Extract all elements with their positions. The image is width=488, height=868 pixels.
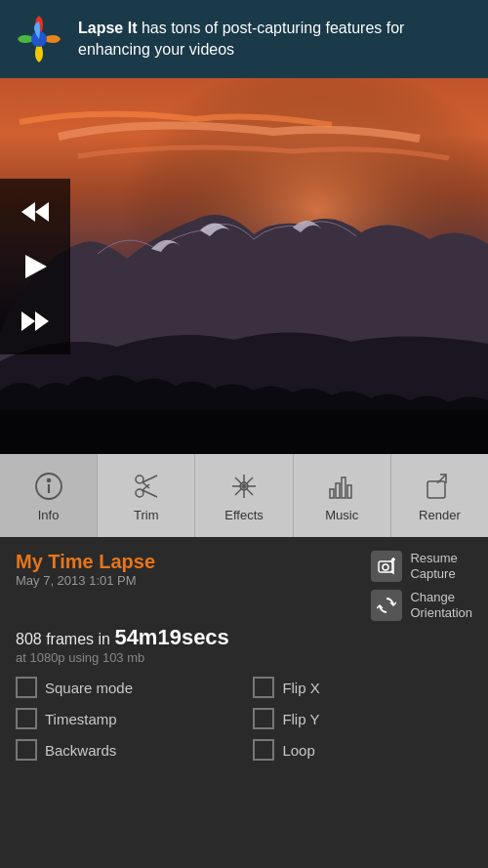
svg-rect-27: [347, 485, 351, 498]
flip-y-box[interactable]: [253, 708, 274, 729]
svg-point-14: [136, 489, 143, 497]
timestamp-checkbox[interactable]: Timestamp: [16, 708, 235, 729]
svg-rect-28: [427, 481, 445, 498]
left-info: My Time Lapse May 7, 2013 1:01 PM: [16, 551, 371, 599]
project-title: My Time Lapse: [16, 551, 371, 573]
frames-prefix: 808 frames in: [16, 631, 114, 647]
duration: 54m19secs: [114, 625, 228, 649]
tab-render[interactable]: Render: [391, 454, 488, 537]
header-banner: Lapse It has tons of post-capturing feat…: [0, 0, 488, 78]
frames-info: 808 frames in 54m19secs: [16, 625, 472, 650]
video-preview: [0, 78, 488, 454]
music-icon: [324, 469, 359, 504]
tab-info-label: Info: [38, 508, 60, 522]
flip-x-box[interactable]: [253, 677, 274, 698]
tab-render-label: Render: [419, 508, 461, 522]
app-logo: [12, 12, 66, 66]
resume-capture-label: ResumeCapture: [410, 551, 457, 581]
svg-point-31: [383, 564, 388, 570]
trim-icon: [129, 469, 164, 504]
project-date: May 7, 2013 1:01 PM: [16, 573, 371, 588]
resolution-info: at 1080p using 103 mb: [16, 650, 472, 665]
svg-marker-5: [21, 202, 35, 222]
flip-x-checkbox[interactable]: Flip X: [253, 677, 472, 698]
tab-trim-label: Trim: [134, 508, 159, 522]
square-mode-checkbox[interactable]: Square mode: [16, 677, 235, 698]
svg-rect-26: [342, 477, 346, 498]
title-row: My Time Lapse May 7, 2013 1:01 PM Resume…: [16, 551, 472, 621]
effects-icon: [226, 469, 262, 504]
svg-point-12: [47, 479, 50, 482]
header-text: Lapse It has tons of post-capturing feat…: [78, 18, 476, 62]
fast-forward-button[interactable]: [6, 296, 64, 347]
info-icon: [31, 469, 66, 504]
svg-rect-4: [0, 410, 488, 454]
loop-box[interactable]: [253, 739, 274, 761]
checkbox-row-1: Square mode Flip X: [16, 677, 472, 698]
play-button[interactable]: [6, 241, 64, 292]
change-orientation-icon-box: [371, 590, 402, 621]
flip-x-label: Flip X: [282, 680, 319, 696]
backwards-box[interactable]: [16, 739, 37, 761]
render-icon: [422, 469, 457, 504]
right-actions: ResumeCapture ChangeOrientation: [371, 551, 472, 621]
loop-label: Loop: [282, 742, 314, 759]
tab-effects[interactable]: Effects: [195, 454, 293, 537]
svg-rect-24: [330, 489, 334, 498]
rewind-button[interactable]: [6, 186, 64, 237]
backwards-checkbox[interactable]: Backwards: [16, 739, 235, 761]
svg-line-15: [142, 475, 157, 482]
app-name: Lapse It: [78, 20, 137, 36]
change-orientation-label: ChangeOrientation: [410, 590, 472, 620]
square-mode-label: Square mode: [45, 680, 133, 696]
tab-effects-label: Effects: [224, 508, 264, 522]
tab-music[interactable]: Music: [294, 454, 391, 537]
square-mode-box[interactable]: [16, 677, 37, 698]
playback-controls: [0, 179, 70, 354]
flip-y-checkbox[interactable]: Flip Y: [253, 708, 472, 729]
stats-row: 808 frames in 54m19secs at 1080p using 1…: [16, 625, 472, 665]
svg-marker-6: [35, 202, 49, 222]
backwards-label: Backwards: [45, 742, 116, 759]
resume-capture-button[interactable]: ResumeCapture: [371, 551, 457, 582]
checkboxes-area: Square mode Flip X Timestamp Flip Y Back…: [16, 677, 472, 761]
svg-marker-9: [35, 311, 49, 331]
resume-capture-icon-box: [371, 551, 402, 582]
change-orientation-button[interactable]: ChangeOrientation: [371, 590, 472, 621]
checkbox-row-2: Timestamp Flip Y: [16, 708, 472, 729]
svg-point-13: [136, 475, 143, 483]
svg-rect-25: [336, 483, 340, 498]
tab-trim[interactable]: Trim: [98, 454, 195, 537]
tab-music-label: Music: [325, 508, 358, 522]
svg-line-16: [142, 490, 157, 497]
loop-checkbox[interactable]: Loop: [253, 739, 472, 761]
svg-marker-8: [21, 311, 35, 331]
svg-marker-7: [25, 255, 47, 278]
timestamp-box[interactable]: [16, 708, 37, 729]
flip-y-label: Flip Y: [282, 711, 319, 727]
timestamp-label: Timestamp: [45, 711, 117, 727]
toolbar: Info Trim: [0, 454, 488, 537]
checkbox-row-3: Backwards Loop: [16, 739, 472, 761]
tab-info[interactable]: Info: [0, 454, 98, 537]
content-area: My Time Lapse May 7, 2013 1:01 PM Resume…: [0, 537, 488, 770]
